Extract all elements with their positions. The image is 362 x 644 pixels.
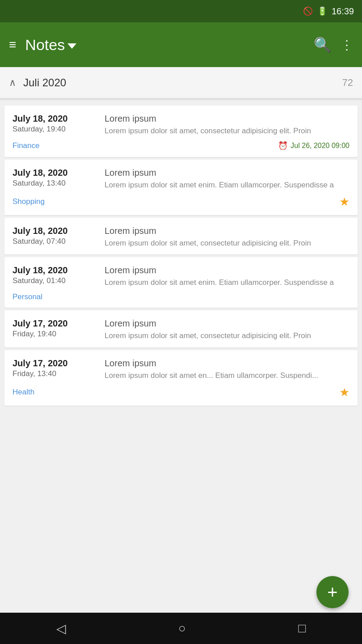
note-date-main: July 17, 2020 — [13, 358, 97, 369]
notes-list: July 18, 2020 Saturday, 19:40 Lorem ipsu… — [0, 100, 362, 411]
note-content: Lorem ipsum Lorem ipsum dolor sit amet, … — [105, 114, 349, 136]
note-body: July 18, 2020 Saturday, 13:40 Lorem ipsu… — [13, 168, 349, 191]
month-count: 72 — [342, 77, 353, 89]
note-preview: Lorem ipsum dolor sit amet en... Etiam u… — [105, 370, 349, 381]
note-body: July 18, 2020 Saturday, 01:40 Lorem ipsu… — [13, 265, 349, 288]
note-card[interactable]: July 18, 2020 Saturday, 07:40 Lorem ipsu… — [4, 218, 358, 255]
note-title: Lorem ipsum — [105, 168, 349, 178]
note-title: Lorem ipsum — [105, 358, 349, 369]
note-date: July 18, 2020 Saturday, 01:40 — [13, 265, 97, 285]
note-footer: Finance ⏰ Jul 26, 2020 09:00 — [13, 141, 349, 151]
note-title: Lorem ipsum — [105, 226, 349, 236]
month-header: ∧ Juli 2020 72 — [0, 67, 362, 98]
note-date: July 17, 2020 Friday, 19:40 — [13, 318, 97, 339]
app-bar: ≡ Notes 🔍 ⋮ — [0, 22, 362, 67]
note-date-sub: Friday, 13:40 — [13, 369, 97, 378]
note-preview: Lorem ipsum dolor sit amet, consectetur … — [105, 238, 349, 249]
note-date: July 18, 2020 Saturday, 19:40 — [13, 114, 97, 134]
note-card[interactable]: July 18, 2020 Saturday, 13:40 Lorem ipsu… — [4, 160, 358, 215]
note-card[interactable]: July 17, 2020 Friday, 13:40 Lorem ipsum … — [4, 350, 358, 406]
note-body: July 17, 2020 Friday, 19:40 Lorem ipsum … — [13, 318, 349, 341]
note-reminder: ⏰ Jul 26, 2020 09:00 — [278, 141, 349, 151]
more-options-button[interactable]: ⋮ — [341, 38, 353, 52]
note-card[interactable]: July 17, 2020 Friday, 19:40 Lorem ipsum … — [4, 310, 358, 347]
note-date: July 18, 2020 Saturday, 07:40 — [13, 226, 97, 246]
note-preview: Lorem ipsum dolor sit amet, consectetur … — [105, 126, 349, 136]
note-date-main: July 17, 2020 — [13, 318, 97, 329]
status-bar: 🚫 🔋 16:39 — [0, 0, 362, 22]
note-date-sub: Saturday, 19:40 — [13, 125, 97, 134]
month-label: Juli 2020 — [23, 76, 342, 89]
status-time: 16:39 — [332, 6, 354, 17]
search-button[interactable]: 🔍 — [314, 36, 332, 53]
no-sim-icon: 🚫 — [303, 6, 313, 16]
note-tag[interactable]: Shopping — [13, 197, 45, 206]
alarm-icon: ⏰ — [278, 141, 288, 151]
note-date-main: July 18, 2020 — [13, 114, 97, 124]
note-title: Lorem ipsum — [105, 265, 349, 275]
note-date-main: July 18, 2020 — [13, 265, 97, 275]
star-icon[interactable]: ★ — [339, 386, 349, 399]
note-tag[interactable]: Health — [13, 388, 34, 397]
note-date-sub: Friday, 19:40 — [13, 330, 97, 339]
note-tag[interactable]: Finance — [13, 141, 39, 150]
note-card[interactable]: July 18, 2020 Saturday, 01:40 Lorem ipsu… — [4, 257, 358, 308]
nav-bar: ◁ ○ □ — [0, 613, 362, 644]
note-preview: Lorem ipsum dolor sit amet enim. Etiam u… — [105, 180, 349, 191]
note-content: Lorem ipsum Lorem ipsum dolor sit amet e… — [105, 168, 349, 191]
star-icon[interactable]: ★ — [339, 195, 349, 209]
note-date-sub: Saturday, 01:40 — [13, 276, 97, 285]
note-body: July 18, 2020 Saturday, 19:40 Lorem ipsu… — [13, 114, 349, 136]
note-card[interactable]: July 18, 2020 Saturday, 19:40 Lorem ipsu… — [4, 106, 358, 157]
note-footer: Personal — [13, 292, 349, 301]
note-date-main: July 18, 2020 — [13, 168, 97, 178]
menu-button[interactable]: ≡ — [9, 38, 16, 52]
home-button[interactable]: ○ — [178, 621, 186, 636]
note-date-main: July 18, 2020 — [13, 226, 97, 236]
note-date-sub: Saturday, 13:40 — [13, 179, 97, 188]
note-content: Lorem ipsum Lorem ipsum dolor sit amet e… — [105, 358, 349, 381]
note-body: July 18, 2020 Saturday, 07:40 Lorem ipsu… — [13, 226, 349, 249]
note-date-sub: Saturday, 07:40 — [13, 237, 97, 246]
app-title: Notes — [25, 36, 314, 54]
title-indicator — [67, 43, 76, 49]
note-footer: Health ★ — [13, 386, 349, 399]
note-preview: Lorem ipsum dolor sit amet, consectetur … — [105, 330, 349, 341]
reminder-text: Jul 26, 2020 09:00 — [290, 142, 349, 150]
battery-icon: 🔋 — [317, 6, 327, 16]
note-body: July 17, 2020 Friday, 13:40 Lorem ipsum … — [13, 358, 349, 381]
note-date: July 17, 2020 Friday, 13:40 — [13, 358, 97, 378]
note-tag[interactable]: Personal — [13, 292, 42, 301]
note-preview: Lorem ipsum dolor sit amet enim. Etiam u… — [105, 277, 349, 288]
collapse-button[interactable]: ∧ — [9, 77, 16, 89]
note-title: Lorem ipsum — [105, 114, 349, 124]
note-content: Lorem ipsum Lorem ipsum dolor sit amet, … — [105, 226, 349, 249]
note-content: Lorem ipsum Lorem ipsum dolor sit amet, … — [105, 318, 349, 341]
note-content: Lorem ipsum Lorem ipsum dolor sit amet e… — [105, 265, 349, 288]
note-title: Lorem ipsum — [105, 318, 349, 329]
add-note-fab[interactable]: + — [316, 576, 349, 608]
note-footer: Shopping ★ — [13, 195, 349, 209]
back-button[interactable]: ◁ — [56, 621, 66, 636]
recent-button[interactable]: □ — [298, 621, 306, 636]
note-date: July 18, 2020 Saturday, 13:40 — [13, 168, 97, 188]
